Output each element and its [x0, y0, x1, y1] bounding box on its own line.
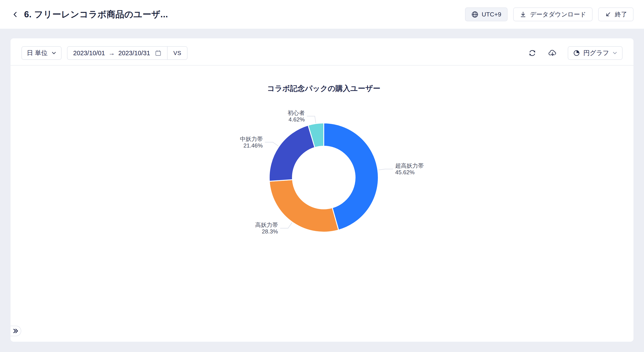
date-range-end: 2023/10/31 [118, 50, 150, 57]
slice-pct: 4.62% [288, 116, 305, 123]
chevron-down-icon [52, 52, 56, 55]
slice-pct: 21.46% [243, 142, 263, 149]
arrow-down-left-icon [604, 11, 612, 18]
page-title: 6. フリーレンコラボ商品のユーザ... [24, 8, 168, 20]
report-card: 日 単位 2023/10/01 → 2023/10/31 VS [10, 38, 634, 342]
chevron-down-icon [612, 52, 617, 55]
download-icon [520, 11, 526, 18]
label-leader-line [307, 116, 316, 123]
toolbar-right: 円グラフ [528, 46, 622, 60]
pie-slice[interactable] [269, 125, 315, 181]
donut-chart: 超高妖力帯45.62%高妖力帯28.3%中妖力帯21.46%初心者4.62% [10, 66, 634, 341]
calendar-icon [155, 50, 162, 56]
exit-button[interactable]: 終了 [598, 8, 634, 21]
slice-pct: 45.62% [395, 169, 414, 176]
chevron-left-icon [12, 10, 18, 19]
timezone-label: UTC+9 [482, 11, 501, 18]
back-button[interactable] [10, 10, 20, 19]
chart-area: コラボ記念パックの購入ユーザー 超高妖力帯45.62%高妖力帯28.3%中妖力帯… [10, 66, 634, 341]
cloud-download-button[interactable] [548, 48, 557, 58]
chart-type-select[interactable]: 円グラフ [568, 46, 622, 60]
slice-pct: 28.3% [262, 228, 278, 235]
pie-slice[interactable] [270, 180, 339, 232]
app-header: 6. フリーレンコラボ商品のユーザ... UTC+9 データダウンロード [0, 0, 644, 29]
refresh-icon [528, 49, 536, 57]
unit-select-value: 日 単位 [27, 49, 48, 58]
double-chevron-right-icon [13, 328, 18, 333]
label-leader-line [265, 142, 278, 146]
timezone-button[interactable]: UTC+9 [465, 8, 508, 21]
vs-compare-button[interactable]: VS [167, 47, 187, 59]
expand-panel-button[interactable] [10, 326, 21, 336]
pie-chart-icon [573, 50, 580, 57]
card-toolbar: 日 単位 2023/10/01 → 2023/10/31 VS [10, 38, 634, 66]
refresh-button[interactable] [528, 48, 537, 58]
slice-name: 超高妖力帯 [395, 162, 424, 169]
chart-type-value: 円グラフ [583, 49, 609, 58]
slice-name: 初心者 [288, 110, 305, 116]
date-range-arrow: → [108, 50, 115, 57]
date-range-start: 2023/10/01 [73, 50, 105, 57]
vs-label: VS [173, 50, 181, 57]
exit-label: 終了 [615, 10, 627, 19]
globe-icon [472, 11, 478, 18]
cloud-download-icon [548, 49, 557, 58]
slice-name: 高妖力帯 [255, 222, 278, 228]
slice-name: 中妖力帯 [240, 136, 263, 142]
header-actions: UTC+9 データダウンロード 終了 [465, 8, 634, 21]
label-leader-line [378, 169, 393, 170]
label-leader-line [280, 222, 292, 228]
data-download-button[interactable]: データダウンロード [513, 8, 592, 21]
date-range-picker[interactable]: 2023/10/01 → 2023/10/31 [68, 50, 167, 57]
data-download-label: データダウンロード [530, 10, 586, 19]
unit-select[interactable]: 日 単位 [22, 46, 62, 60]
date-range-control: 2023/10/01 → 2023/10/31 VS [67, 46, 188, 60]
